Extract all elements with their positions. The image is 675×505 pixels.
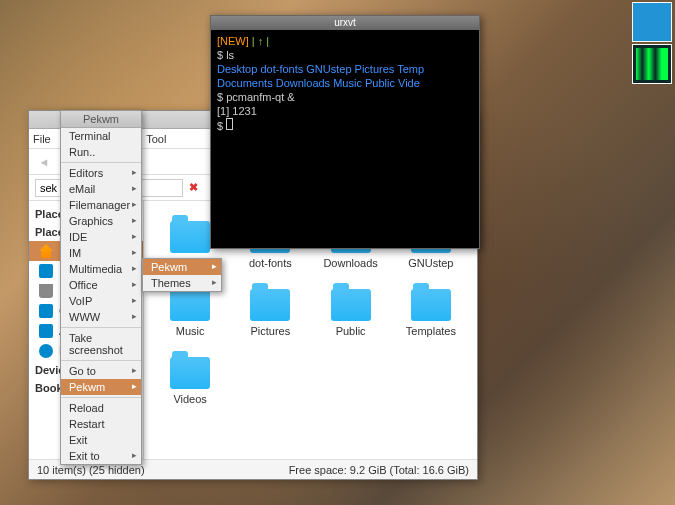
- file-label: Pictures: [251, 325, 291, 337]
- menu-item-exitto[interactable]: Exit to: [61, 448, 141, 464]
- folder-icon: [170, 357, 210, 389]
- desktop-icon: [39, 264, 53, 278]
- menu-item-voip[interactable]: VoIP: [61, 293, 141, 309]
- submenu-item-pekwm[interactable]: Pekwm: [143, 259, 221, 275]
- menu-item-office[interactable]: Office: [61, 277, 141, 293]
- menu-item-reload[interactable]: Reload: [61, 400, 141, 416]
- status-count: 10 item(s) (25 hidden): [37, 464, 145, 476]
- menu-item-email[interactable]: eMail: [61, 181, 141, 197]
- file-label: Templates: [406, 325, 456, 337]
- folder-icon: [250, 289, 290, 321]
- menu-item-restart[interactable]: Restart: [61, 416, 141, 432]
- menu-item-www[interactable]: WWW: [61, 309, 141, 325]
- clear-path-icon[interactable]: ✖: [189, 181, 198, 194]
- menu-item-goto[interactable]: Go to: [61, 363, 141, 379]
- file-label: Videos: [173, 393, 206, 405]
- folder-icon: [170, 289, 210, 321]
- status-space: Free space: 9.2 GiB (Total: 16.6 GiB): [289, 464, 469, 476]
- computer-icon: [39, 304, 53, 318]
- menu-item-multimedia[interactable]: Multimedia: [61, 261, 141, 277]
- terminal-window[interactable]: urxvt [NEW] | ↑ | $ ls Desktop dot-fonts…: [210, 15, 480, 249]
- file-label: dot-fonts: [249, 257, 292, 269]
- file-label: Public: [336, 325, 366, 337]
- file-item[interactable]: Music: [154, 289, 226, 337]
- file-label: Music: [176, 325, 205, 337]
- menu-item-editors[interactable]: Editors: [61, 165, 141, 181]
- file-item[interactable]: Videos: [154, 357, 226, 405]
- network-icon: [39, 344, 53, 358]
- menu-file[interactable]: File: [33, 133, 51, 145]
- file-item[interactable]: Public: [315, 289, 387, 337]
- pekwm-root-menu: Pekwm TerminalRun..EditorseMailFilemanag…: [60, 110, 142, 465]
- workspace-1[interactable]: [632, 2, 672, 42]
- folder-icon: [331, 289, 371, 321]
- menu-tools[interactable]: Tool: [146, 133, 166, 145]
- terminal-body[interactable]: [NEW] | ↑ | $ ls Desktop dot-fonts GNUst…: [211, 30, 479, 137]
- menu-item-filemanager[interactable]: Filemanager: [61, 197, 141, 213]
- submenu-item-themes[interactable]: Themes: [143, 275, 221, 291]
- menu-item-im[interactable]: IM: [61, 245, 141, 261]
- menu-item-takescreenshot[interactable]: Take screenshot: [61, 330, 141, 358]
- terminal-titlebar[interactable]: urxvt: [211, 16, 479, 30]
- cursor-icon: [226, 118, 233, 130]
- workspace-2[interactable]: [632, 44, 672, 84]
- trash-icon: [39, 284, 53, 298]
- back-button[interactable]: ◄: [33, 151, 55, 173]
- folder-icon: [170, 221, 210, 253]
- menu-item-ide[interactable]: IDE: [61, 229, 141, 245]
- file-item[interactable]: Templates: [395, 289, 467, 337]
- applications-icon: [39, 324, 53, 338]
- menu-item-terminal[interactable]: Terminal: [61, 128, 141, 144]
- file-label: GNUstep: [408, 257, 453, 269]
- home-icon: [39, 244, 53, 258]
- menu-title: Pekwm: [61, 111, 141, 128]
- menu-item-graphics[interactable]: Graphics: [61, 213, 141, 229]
- pekwm-submenu: PekwmThemes: [142, 258, 222, 292]
- file-label: Downloads: [323, 257, 377, 269]
- workspace-pager[interactable]: [632, 2, 672, 84]
- menu-item-pekwm[interactable]: Pekwm: [61, 379, 141, 395]
- menu-item-run[interactable]: Run..: [61, 144, 141, 160]
- file-item[interactable]: Pictures: [234, 289, 306, 337]
- folder-icon: [411, 289, 451, 321]
- menu-item-exit[interactable]: Exit: [61, 432, 141, 448]
